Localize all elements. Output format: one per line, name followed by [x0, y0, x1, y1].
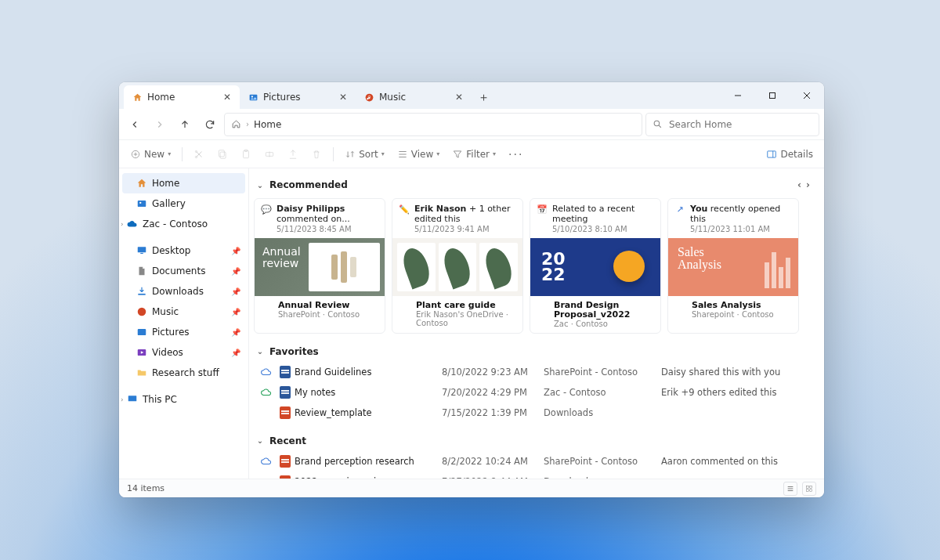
chevron-right-icon[interactable]: › [121, 396, 124, 403]
details-pane-button[interactable]: Details [761, 144, 818, 164]
file-row[interactable]: Review_template7/15/2022 1:39 PMDownload… [254, 403, 812, 423]
sidebar-item-desktop[interactable]: Desktop 📌 [122, 240, 245, 261]
forward-button[interactable] [149, 114, 171, 135]
maximize-button[interactable] [755, 82, 790, 109]
scroll-right-button[interactable]: › [806, 179, 810, 190]
scroll-left-button[interactable]: ‹ [797, 179, 801, 190]
sidebar-item-label: Documents [152, 266, 205, 276]
tab-label: Home [147, 92, 216, 103]
view-list-button[interactable] [783, 482, 797, 496]
view-grid-button[interactable] [802, 482, 816, 496]
window-controls [721, 82, 824, 109]
svg-rect-18 [138, 247, 146, 252]
file-name: Brand Guidelines [295, 367, 442, 378]
sidebar-item-label: Pictures [152, 327, 190, 338]
pin-icon: 📌 [231, 267, 240, 276]
new-button[interactable]: New ▾ [125, 144, 175, 164]
section-recommended-header[interactable]: ⌄ Recommended ‹ › [254, 175, 812, 195]
home-icon [132, 92, 143, 103]
tab-music[interactable]: Music ✕ [356, 85, 472, 109]
svg-rect-16 [138, 201, 146, 207]
body: Home Gallery › Zac - Contoso Desktop 📌 D… [119, 168, 824, 479]
rename-button[interactable] [259, 144, 280, 164]
sidebar-item-label: Research stuff [152, 367, 219, 378]
close-button[interactable] [790, 82, 824, 109]
sidebar-item-pictures[interactable]: Pictures 📌 [122, 322, 245, 342]
search-input[interactable] [667, 118, 812, 131]
sidebar-item-label: Music [152, 306, 179, 317]
filter-label: Filter [466, 149, 490, 160]
filter-button[interactable]: Filter ▾ [447, 144, 501, 164]
filetype-icon [276, 406, 295, 419]
file-location: Zac - Contoso [544, 387, 661, 398]
pin-icon: 📌 [231, 287, 240, 296]
sidebar-item-folder[interactable]: Research stuff [122, 363, 245, 383]
file-name: My notes [295, 387, 442, 398]
sidebar-item-videos[interactable]: Videos 📌 [122, 342, 245, 363]
sidebar-item-label: This PC [143, 394, 177, 405]
sidebar-item-gallery[interactable]: Gallery [122, 193, 245, 214]
cut-button[interactable] [189, 144, 209, 164]
sort-button[interactable]: Sort ▾ [340, 144, 389, 164]
sidebar-item-downloads[interactable]: Downloads 📌 [122, 281, 245, 302]
address-bar[interactable]: › Home [224, 113, 642, 136]
pictures-icon [248, 92, 258, 103]
reason-icon: ↗ [674, 204, 685, 215]
view-button[interactable]: View ▾ [392, 144, 445, 164]
svg-rect-14 [768, 150, 776, 157]
section-favorites-header[interactable]: ⌄ Favorites [254, 341, 812, 362]
chevron-right-icon[interactable]: › [121, 220, 124, 228]
paste-button[interactable] [236, 144, 256, 164]
recommended-card[interactable]: 📅Related to a recent meeting5/10/2023 8:… [530, 198, 661, 334]
search-box[interactable] [645, 113, 819, 136]
file-name: Brand perception research [295, 456, 442, 467]
downloads-icon [136, 286, 147, 297]
tab-pictures[interactable]: Pictures ✕ [240, 85, 356, 109]
file-row[interactable]: My notes7/20/2022 4:29 PMZac - ContosoEr… [254, 382, 812, 403]
recommended-card[interactable]: 💬Daisy Philipps commented on...5/11/2023… [254, 198, 385, 334]
file-row[interactable]: Brand perception research8/2/2022 10:24 … [254, 451, 812, 471]
share-button[interactable] [283, 144, 303, 164]
sidebar-item-music[interactable]: Music 📌 [122, 302, 245, 322]
copy-button[interactable] [212, 144, 233, 164]
file-location: SharePoint - Contoso [544, 367, 661, 378]
recommended-card[interactable]: ↗You recently opened this5/11/2023 11:01… [667, 198, 799, 334]
close-icon[interactable]: ✕ [337, 91, 349, 103]
up-button[interactable] [174, 114, 196, 135]
sidebar-item-thispc[interactable]: › This PC [122, 389, 245, 410]
tab-home[interactable]: Home ✕ [124, 85, 240, 109]
sidebar-item-onedrive[interactable]: › Zac - Contoso [122, 214, 245, 234]
breadcrumb-root[interactable]: Home [254, 119, 281, 130]
back-button[interactable] [124, 114, 146, 135]
file-activity: Aaron commented on this [661, 456, 808, 467]
new-tab-button[interactable]: ＋ [472, 85, 495, 109]
recommended-card[interactable]: ✏️Erik Nason + 1 other edited this5/11/2… [392, 198, 523, 334]
chevron-down-icon: ⌄ [255, 347, 265, 356]
chevron-down-icon: ⌄ [255, 436, 265, 445]
file-location: SharePoint - Contoso [544, 456, 661, 467]
file-date: 8/2/2022 10:24 AM [442, 456, 544, 467]
more-button[interactable]: ··· [504, 144, 528, 164]
close-icon[interactable]: ✕ [221, 91, 233, 103]
close-icon[interactable]: ✕ [453, 91, 465, 103]
tab-label: Music [379, 92, 448, 103]
pin-icon: 📌 [231, 308, 240, 316]
search-icon [653, 119, 663, 129]
sidebar-item-label: Downloads [152, 286, 204, 297]
refresh-button[interactable] [199, 114, 221, 135]
tab-strip: Home ✕ Pictures ✕ Music ✕ ＋ [119, 82, 824, 109]
separator [182, 147, 183, 161]
delete-button[interactable] [306, 144, 327, 164]
carousel-nav: ‹ › [797, 179, 810, 190]
gallery-icon [136, 198, 147, 209]
file-row[interactable]: 2022_year_in_review7/27/2022 8:44 AMDown… [254, 471, 812, 479]
chevron-down-icon: ▾ [381, 150, 385, 157]
sidebar-item-documents[interactable]: Documents 📌 [122, 261, 245, 281]
sidebar-item-label: Gallery [152, 198, 186, 209]
sidebar-item-home[interactable]: Home [122, 173, 245, 193]
file-row[interactable]: Brand Guidelines8/10/2022 9:23 AMSharePo… [254, 362, 812, 382]
section-recent-header[interactable]: ⌄ Recent [254, 431, 812, 451]
file-date: 8/10/2022 9:23 AM [442, 367, 544, 378]
music-icon [363, 92, 374, 103]
minimize-button[interactable] [721, 82, 755, 109]
